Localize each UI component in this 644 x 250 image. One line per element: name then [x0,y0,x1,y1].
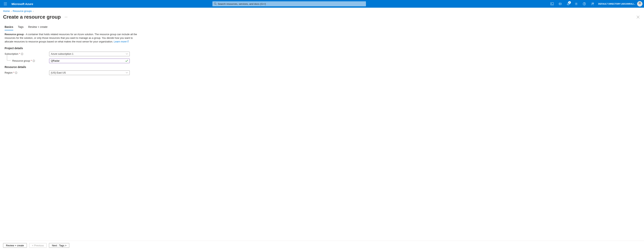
subscription-row: Subscription * Azure subscription 1 [4,52,138,56]
resource-group-input-wrap [49,59,130,63]
required-marker: * [13,71,14,74]
svg-line-4 [216,4,216,5]
cloud-shell-icon [550,3,554,5]
info-icon[interactable] [21,53,23,55]
resource-group-row: Resource group * [12,59,138,63]
more-actions-button[interactable] [64,16,68,18]
breadcrumb-resource-groups[interactable]: Resource groups [13,10,32,13]
search-input[interactable] [218,3,364,5]
feedback-icon [591,2,594,5]
ellipsis-icon [65,17,67,18]
required-marker: * [31,59,32,62]
region-row: Region * (US) East US [4,71,138,75]
subscription-select[interactable]: Azure subscription 1 [49,52,130,56]
title-row: Create a resource group [0,13,644,21]
learn-more-link[interactable]: Learn more [114,40,129,43]
svg-point-10 [592,3,593,4]
breadcrumb: Home › Resource groups › [0,8,644,13]
resource-group-input[interactable] [51,59,125,62]
breadcrumb-home[interactable]: Home [3,10,10,13]
notification-badge: 1 [568,1,571,4]
chevron-right-icon: › [11,10,12,12]
region-value: (US) East US [51,71,66,74]
page-title: Create a resource group [3,14,61,20]
region-label: Region * [4,71,49,74]
notifications-button[interactable]: 1 [564,0,572,8]
tab-basics[interactable]: Basics [4,25,13,30]
tree-connector [7,55,11,61]
global-search[interactable] [212,1,366,6]
svg-point-21 [34,60,34,60]
subscription-label: Subscription * [4,52,49,55]
filter-icon [558,2,562,5]
header-actions: 1 DEFAULT DIRECTORY (ARJUNRAJ... [548,0,642,8]
brand-label[interactable]: Microsoft Azure [12,2,33,6]
svg-rect-5 [551,3,554,5]
next-button[interactable]: Next : Tags > [49,243,69,248]
cloud-shell-button[interactable] [548,0,556,8]
top-header: Microsoft Azure 1 DEFAULT DIRECTORY (ARJ… [0,0,644,8]
feedback-button[interactable] [588,0,596,8]
description-text: Resource group - A container that holds … [4,33,138,44]
hamburger-icon [4,3,7,5]
settings-button[interactable] [572,0,580,8]
project-details-heading: Project details [4,47,138,50]
footer-bar: Review + create < Previous Next : Tags > [0,240,644,250]
resource-group-label: Resource group * [12,59,49,62]
tab-tags[interactable]: Tags [18,25,24,30]
info-icon[interactable] [15,72,17,74]
info-icon[interactable] [32,60,35,62]
menu-toggle-button[interactable] [2,0,9,8]
form-body: Resource group - A container that holds … [0,30,142,82]
gear-icon [575,2,578,5]
resource-details-heading: Resource details [4,66,138,69]
previous-button: < Previous [29,243,47,248]
search-icon [214,3,217,5]
region-select[interactable]: (US) East US [49,71,130,75]
required-marker: * [19,52,20,55]
tab-review-create[interactable]: Review + create [28,25,48,30]
directories-button[interactable] [556,0,564,8]
close-button[interactable] [635,14,641,20]
tabs: Basics Tags Review + create [0,21,644,30]
svg-point-11 [65,17,65,17]
svg-point-13 [67,17,67,17]
svg-point-3 [214,3,216,5]
chevron-right-icon: › [33,10,34,12]
svg-point-9 [584,5,584,5]
user-avatar[interactable] [637,1,642,7]
help-icon [583,2,586,5]
review-create-button[interactable]: Review + create [3,243,27,248]
svg-point-12 [66,17,66,17]
subscription-value: Azure subscription 1 [51,52,74,55]
check-icon [125,60,128,62]
help-button[interactable] [580,0,588,8]
close-icon [637,16,640,19]
directory-label[interactable]: DEFAULT DIRECTORY (ARJUNRAJ... [598,3,635,5]
chevron-down-icon [126,72,128,74]
chevron-down-icon [126,53,128,55]
external-link-icon [127,40,129,43]
desc-lead: Resource group [4,33,24,36]
svg-point-7 [576,4,577,5]
